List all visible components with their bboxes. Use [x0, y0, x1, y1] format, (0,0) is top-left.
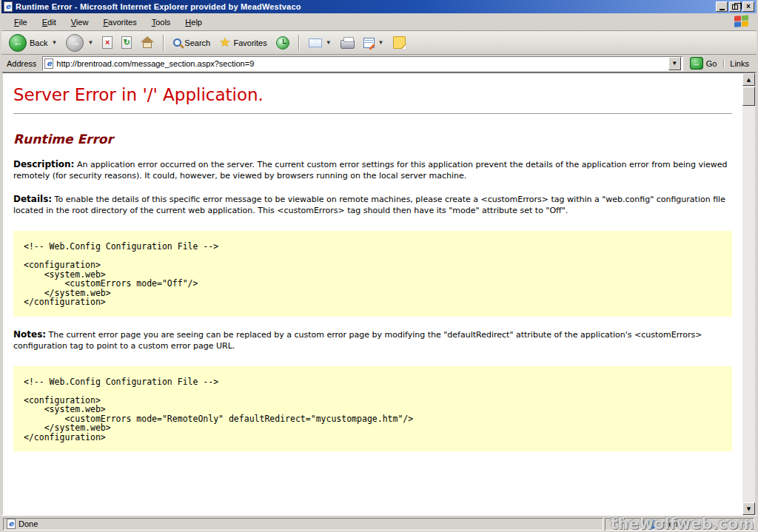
minimize-icon [720, 9, 725, 10]
browser-window: e Runtime Error - Microsoft Internet Exp… [0, 0, 758, 532]
favorites-star-icon: ★ [219, 36, 230, 49]
refresh-icon: ↻ [121, 36, 132, 49]
history-button[interactable] [273, 35, 292, 51]
menu-favorites[interactable]: Favorites [96, 16, 143, 29]
title-bar: e Runtime Error - Microsoft Internet Exp… [1, 0, 757, 13]
mail-icon [309, 38, 322, 47]
home-icon [141, 36, 154, 49]
status-panel: e Done [3, 518, 603, 531]
note-button[interactable] [390, 35, 409, 50]
vertical-scrollbar[interactable]: ▲ ▼ [742, 73, 755, 515]
edit-icon [363, 38, 375, 48]
restore-icon [732, 4, 738, 10]
error-subtitle: Runtime Error [13, 132, 732, 147]
menu-bar: File Edit View Favorites Tools Help [1, 13, 757, 31]
divider [13, 113, 732, 114]
description-label: Description: [13, 159, 74, 169]
menu-edit[interactable]: Edit [36, 16, 63, 29]
mail-button[interactable]: ▼ [306, 37, 335, 49]
toolbar-separator [163, 35, 164, 51]
back-button[interactable]: ← Back ▼ [6, 33, 60, 53]
forward-button[interactable]: → ▼ [63, 33, 96, 53]
address-bar: Address e ▼ → Go Links [1, 55, 757, 73]
refresh-button[interactable]: ↻ [118, 35, 135, 50]
history-icon [276, 36, 289, 50]
minimize-button[interactable] [716, 1, 728, 12]
close-button[interactable]: × [742, 1, 754, 12]
page-icon: e [44, 58, 53, 69]
search-icon [173, 38, 181, 47]
address-label: Address [4, 59, 38, 68]
back-dropdown-icon[interactable]: ▼ [51, 39, 57, 46]
notes-paragraph: Notes: The current error page you are se… [13, 329, 732, 351]
window-controls: × [716, 1, 754, 12]
favorites-button[interactable]: ★ Favorites [216, 35, 270, 50]
address-dropdown-button[interactable]: ▼ [668, 57, 681, 70]
links-bar[interactable]: Links [723, 59, 754, 68]
details-text: To enable the details of this specific e… [13, 195, 725, 215]
forward-icon: → [66, 34, 84, 52]
code-block-web-config-off: <!-- Web.Config Configuration File --> <… [13, 231, 732, 317]
scrollbar-thumb[interactable] [742, 87, 755, 106]
menu-view[interactable]: View [64, 16, 95, 29]
toolbar-separator [298, 35, 300, 51]
go-arrow-icon: → [690, 57, 703, 70]
print-icon [341, 40, 355, 49]
window-title: Runtime Error - Microsoft Internet Explo… [16, 2, 713, 11]
ie-window-icon: e [4, 1, 13, 12]
standard-toolbar: ← Back ▼ → ▼ × ↻ Search ★ Favorites [1, 31, 757, 55]
notes-text: The current error page you are seeing ca… [13, 330, 702, 351]
forward-dropdown-icon[interactable]: ▼ [87, 39, 93, 46]
menu-tools[interactable]: Tools [145, 16, 178, 29]
page-viewport: Server Error in '/' Application. Runtime… [3, 73, 755, 515]
code-block-web-config-remoteonly: <!-- Web.Config Configuration File --> <… [13, 366, 732, 452]
go-button[interactable]: → Go [687, 56, 720, 70]
scroll-up-button[interactable]: ▲ [742, 73, 755, 86]
mail-dropdown-icon[interactable]: ▼ [326, 39, 332, 46]
home-button[interactable] [138, 35, 157, 50]
status-page-icon: e [7, 519, 16, 529]
page-title: Server Error in '/' Application. [13, 85, 732, 104]
stop-icon: × [102, 36, 113, 49]
note-icon [393, 36, 406, 49]
status-text: Done [19, 519, 38, 528]
details-label: Details: [13, 194, 52, 204]
edit-button[interactable]: ▼ [360, 36, 387, 50]
menu-help[interactable]: Help [178, 16, 209, 29]
details-paragraph: Details: To enable the details of this s… [13, 194, 732, 216]
search-button[interactable]: Search [170, 37, 213, 49]
description-paragraph: Description: An application error occurr… [13, 159, 732, 181]
error-page: Server Error in '/' Application. Runtime… [3, 73, 742, 515]
edit-dropdown-icon[interactable]: ▼ [378, 39, 384, 46]
watermark: thewolfweb.com [610, 515, 754, 532]
restore-button[interactable] [729, 1, 741, 12]
menu-file[interactable]: File [7, 16, 34, 29]
address-field: e ▼ [42, 56, 682, 71]
back-icon: ← [9, 34, 27, 52]
description-text: An application error occurred on the ser… [13, 160, 728, 181]
print-button[interactable] [338, 35, 358, 50]
stop-button[interactable]: × [99, 35, 115, 50]
address-input[interactable] [56, 58, 665, 70]
windows-logo-icon [734, 15, 751, 30]
notes-label: Notes: [13, 329, 46, 340]
scroll-down-button[interactable]: ▼ [742, 502, 755, 515]
